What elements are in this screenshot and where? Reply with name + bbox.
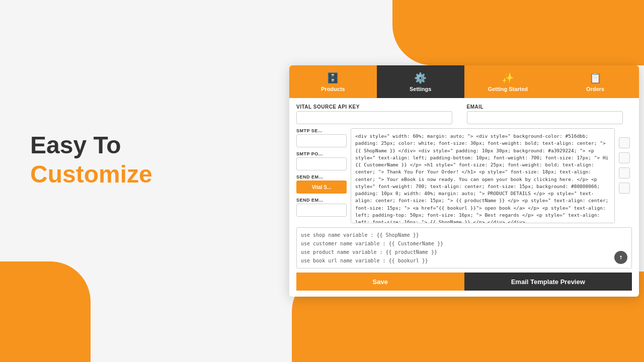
smtp-server-input[interactable]: [296, 134, 347, 147]
variable-line: use shop name variable : {{ ShopName }}: [301, 231, 627, 239]
toggle-1[interactable]: [619, 137, 630, 148]
app-window: 🗄️ Products ⚙️ Settings ✨ Getting Starte…: [289, 65, 639, 297]
variable-line: use customer name variable : {{ Customer…: [301, 239, 627, 248]
tab-settings[interactable]: ⚙️ Settings: [377, 65, 464, 98]
hero-line1: Easy To: [30, 131, 152, 160]
smtp-server-label: SMTP SE...: [296, 128, 347, 133]
save-button[interactable]: Save: [296, 273, 464, 291]
orders-label: Orders: [586, 86, 604, 92]
getting-started-icon: ✨: [502, 72, 514, 84]
tab-products[interactable]: 🗄️ Products: [289, 65, 377, 98]
products-label: Products: [321, 86, 345, 92]
send-email-btn[interactable]: Vital S...: [296, 180, 347, 194]
variables-section: use shop name variable : {{ ShopName }}u…: [296, 227, 632, 268]
smtp-port-input[interactable]: [296, 157, 347, 170]
left-form-col: SMTP SE... SMTP PO... SEND EM... Vital S…: [296, 128, 347, 223]
tab-orders[interactable]: 📋 Orders: [551, 65, 639, 98]
smtp-port-group: SMTP PO...: [296, 151, 347, 170]
preview-button[interactable]: Email Template Preview: [464, 273, 632, 291]
bottom-buttons: Save Email Template Preview: [296, 273, 632, 291]
send-email2-input[interactable]: [296, 204, 347, 217]
variable-line: use product name variable : {{ productNa…: [301, 248, 627, 256]
email-group: EMAIL: [467, 104, 632, 124]
toggle-4[interactable]: [619, 183, 630, 194]
settings-icon: ⚙️: [414, 72, 427, 84]
variable-line: use book url name variable : {{ bookurl …: [301, 256, 627, 265]
smtp-server-group: SMTP SE...: [296, 128, 347, 147]
content-area: VITAL SOURCE API KEY EMAIL SMTP SE... SM…: [289, 98, 639, 297]
nav-tabs: 🗄️ Products ⚙️ Settings ✨ Getting Starte…: [289, 65, 639, 98]
toggle-3[interactable]: [619, 167, 630, 178]
send-email-label: SEND EM...: [296, 174, 347, 179]
upload-icon[interactable]: ↑: [614, 251, 627, 264]
hero-line2: Customize: [30, 160, 152, 189]
send-email-group: SEND EM... Vital S...: [296, 174, 347, 194]
email-label: EMAIL: [467, 104, 632, 110]
smtp-port-label: SMTP PO...: [296, 151, 347, 156]
getting-started-label: Getting Started: [488, 86, 528, 92]
bg-decoration-left: [0, 261, 91, 362]
api-key-group: VITAL SOURCE API KEY: [296, 104, 462, 124]
email-input[interactable]: [467, 111, 623, 124]
api-key-label: VITAL SOURCE API KEY: [296, 104, 462, 110]
api-key-input[interactable]: [296, 111, 452, 124]
code-editor[interactable]: <div style=" width: 60%; margin: auto; "…: [351, 128, 615, 223]
toggle-2[interactable]: [619, 152, 630, 163]
orders-icon: 📋: [589, 72, 602, 84]
variables-box: use shop name variable : {{ ShopName }}u…: [296, 227, 632, 268]
settings-label: Settings: [410, 86, 431, 92]
products-icon: 🗄️: [327, 72, 339, 84]
editor-section: SMTP SE... SMTP PO... SEND EM... Vital S…: [296, 128, 632, 223]
send-email2-label: SEND EM...: [296, 198, 347, 203]
tab-getting-started[interactable]: ✨ Getting Started: [464, 65, 552, 98]
right-toggle-col: [619, 128, 632, 223]
bg-decoration-top: [392, 0, 644, 65]
top-form-row: VITAL SOURCE API KEY EMAIL: [296, 104, 632, 124]
send-email2-group: SEND EM...: [296, 198, 347, 217]
hero-text: Easy To Customize: [30, 131, 152, 189]
